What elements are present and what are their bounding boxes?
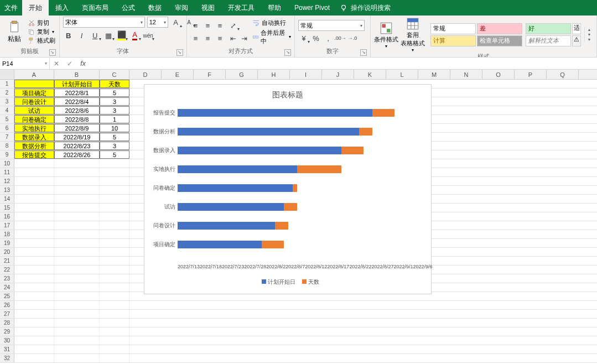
col-header-F[interactable]: F [194,70,226,79]
row-header-26[interactable]: 26 [0,301,14,309]
align-left-icon[interactable]: ≡ [190,33,201,44]
orientation-button[interactable]: ⤢▾ [228,20,239,31]
style-gallery-down[interactable]: ▾ [585,32,593,37]
cell-C15[interactable] [100,204,129,212]
chart-bar-series1[interactable] [178,184,293,192]
wrap-text-button[interactable]: 自动换行 [252,19,291,27]
phonetic-button[interactable]: wén▾ [143,30,154,41]
cell-C17[interactable] [100,221,129,230]
cell-C14[interactable] [100,195,129,203]
underline-button[interactable]: U▾ [90,30,101,41]
align-center-icon[interactable]: ≡ [203,33,214,44]
row-header-23[interactable]: 23 [0,274,14,283]
bold-button[interactable]: B [63,30,74,41]
row-header-21[interactable]: 21 [0,257,14,265]
cell-A1[interactable] [14,80,54,88]
chart-bar-series2[interactable] [297,165,341,173]
chart-bar-series2[interactable] [359,128,372,136]
cell-B19[interactable] [54,239,100,247]
cell-B17[interactable] [54,221,100,230]
col-header-K[interactable]: K [354,70,386,79]
cell-A5[interactable]: 问卷确定 [14,115,54,123]
style-gallery-up[interactable]: ▴ [585,27,593,32]
chart-bar-series1[interactable] [178,203,284,211]
cell-C26[interactable] [100,301,129,309]
cell-B20[interactable] [54,248,100,256]
tab-layout[interactable]: 页面布局 [75,0,115,15]
cell-B15[interactable] [54,204,100,212]
chart-bar-series1[interactable] [178,165,297,173]
row-header-20[interactable]: 20 [0,248,14,256]
cell-B8[interactable]: 2022/8/23 [54,142,100,150]
cell-style-check[interactable]: 检查单元格 [477,35,522,46]
row-header-30[interactable]: 30 [0,336,14,345]
fill-color-button[interactable]: ⬛▾ [116,30,127,41]
cell-B1[interactable]: 计划开始日 [54,80,100,88]
cell-B23[interactable] [54,274,100,283]
col-header-E[interactable]: E [162,70,194,79]
cut-button[interactable]: 剪切 [28,19,55,27]
row-header-9[interactable]: 9 [0,150,14,159]
accounting-format-icon[interactable]: ¥▾ [298,33,309,44]
col-header-H[interactable]: H [258,70,290,79]
clipboard-launcher[interactable]: ↘ [49,49,56,56]
cell-B30[interactable] [54,336,100,345]
cell-A29[interactable] [14,327,54,336]
cell-style-normal[interactable]: 常规 [430,23,476,34]
row-header-6[interactable]: 6 [0,124,14,132]
cell-A8[interactable]: 数据分析 [14,142,54,150]
row-header-27[interactable]: 27 [0,310,14,318]
cell-C19[interactable] [100,239,129,247]
cell-A20[interactable] [14,248,54,256]
format-as-table-button[interactable]: 套用 表格格式▾ [401,17,425,53]
cell-B4[interactable]: 2022/8/6 [54,106,100,115]
italic-button[interactable]: I [76,30,87,41]
col-header-N[interactable]: N [450,70,482,79]
name-box[interactable]: P14▾ [0,58,50,69]
chart-legend[interactable]: 计划开始日 天数 [144,278,431,286]
row-header-19[interactable]: 19 [0,239,14,247]
col-header-B[interactable]: B [54,70,100,79]
col-header-I[interactable]: I [290,70,322,79]
col-header-P[interactable]: P [515,70,547,79]
align-middle-icon[interactable]: ≡ [203,20,214,31]
row-header-13[interactable]: 13 [0,186,14,194]
font-name-combo[interactable]: 宋体▾ [63,17,145,28]
format-painter-button[interactable]: 格式刷 [28,37,55,45]
cell-C11[interactable] [100,168,129,176]
chart-bar-series2[interactable] [293,184,297,192]
comma-format-icon[interactable]: , [323,33,334,44]
cell-A21[interactable] [14,257,54,265]
cancel-formula-icon[interactable]: ✕ [50,60,63,67]
number-format-combo[interactable]: 常规▾ [298,20,365,31]
cell-A3[interactable]: 问卷设计 [14,97,54,106]
row-header-32[interactable]: 32 [0,354,14,362]
cell-C13[interactable] [100,186,129,194]
decrease-decimal-icon[interactable]: →.0 [347,33,358,44]
font-size-combo[interactable]: 12▾ [147,17,168,28]
row-header-22[interactable]: 22 [0,266,14,274]
cell-A2[interactable]: 项目确定 [14,89,54,97]
row-header-31[interactable]: 31 [0,345,14,353]
chart-bar-series1[interactable] [178,128,359,136]
cell-A9[interactable]: 报告提交 [14,150,54,159]
cell-B2[interactable]: 2022/8/1 [54,89,100,97]
cell-A15[interactable] [14,204,54,212]
cell-style-good[interactable]: 好 [526,23,571,34]
cell-A25[interactable] [14,292,54,300]
cell-C22[interactable] [100,266,129,274]
cell-B29[interactable] [54,327,100,336]
cell-A18[interactable] [14,230,54,238]
cell-C1[interactable]: 天数 [100,80,129,88]
tab-formulas[interactable]: 公式 [115,0,142,15]
cell-B12[interactable] [54,177,100,185]
row-header-29[interactable]: 29 [0,327,14,336]
cell-B21[interactable] [54,257,100,265]
cell-A13[interactable] [14,186,54,194]
row-header-1[interactable]: 1 [0,80,14,88]
cell-C12[interactable] [100,177,129,185]
cell-B25[interactable] [54,292,100,300]
conditional-format-button[interactable]: 条件格式▾ [374,21,398,49]
cell-A31[interactable] [14,345,54,353]
cell-B31[interactable] [54,345,100,353]
